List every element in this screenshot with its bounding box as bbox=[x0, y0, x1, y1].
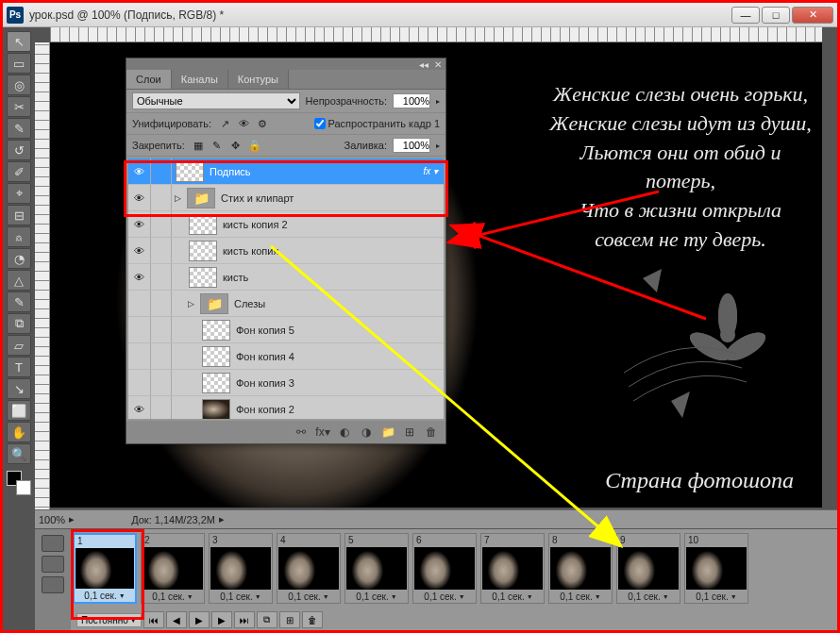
layer-name[interactable]: Подпись bbox=[208, 166, 423, 177]
visibility-toggle[interactable] bbox=[128, 317, 151, 342]
layer-row[interactable]: 👁кисть копия 2 bbox=[128, 211, 444, 238]
new-group-icon[interactable]: 📁 bbox=[378, 424, 398, 441]
unify-position-icon[interactable]: ↗ bbox=[217, 116, 232, 131]
play-button[interactable]: ▶ bbox=[189, 611, 210, 628]
layer-row[interactable]: 👁Фон копия 2 bbox=[128, 396, 444, 421]
zoom-value[interactable]: 100% bbox=[39, 514, 65, 525]
expand-toggle[interactable]: ▷ bbox=[185, 299, 196, 308]
last-frame-button[interactable]: ⏭ bbox=[234, 611, 255, 628]
anim-toggle-2[interactable] bbox=[42, 556, 64, 573]
visibility-toggle[interactable]: 👁 bbox=[128, 158, 151, 184]
lock-pixels-icon[interactable]: ✎ bbox=[210, 138, 225, 153]
animation-frame-5[interactable]: 50,1 сек. bbox=[344, 533, 409, 604]
ruler-horizontal[interactable] bbox=[50, 27, 822, 42]
layer-name[interactable]: Фон копия 3 bbox=[234, 377, 444, 389]
layer-thumb[interactable] bbox=[202, 373, 230, 393]
visibility-toggle[interactable]: 👁 bbox=[128, 185, 151, 210]
panel-tab-Слои[interactable]: Слои bbox=[126, 70, 172, 89]
loop-dropdown[interactable]: Постоянно▼ bbox=[76, 613, 142, 627]
tool-7[interactable]: ⌖ bbox=[7, 183, 31, 204]
tool-13[interactable]: ⧉ bbox=[7, 313, 31, 334]
layer-row[interactable]: 👁▷📁Стих и клипарт bbox=[128, 185, 444, 211]
maximize-button[interactable]: □ bbox=[762, 7, 790, 24]
layer-thumb[interactable] bbox=[202, 399, 230, 420]
layer-thumb[interactable]: 📁 bbox=[200, 293, 228, 314]
layer-fx-icon[interactable]: fx▾ bbox=[312, 424, 333, 441]
layer-row[interactable]: Фон копия 5 bbox=[128, 317, 444, 343]
animation-frame-6[interactable]: 60,1 сек. bbox=[412, 533, 477, 604]
frame-delay[interactable]: 0,1 сек. bbox=[75, 590, 135, 602]
lock-position-icon[interactable]: ✥ bbox=[228, 138, 244, 153]
visibility-toggle[interactable] bbox=[128, 291, 151, 316]
tool-19[interactable]: 🔍 bbox=[7, 443, 31, 464]
tool-1[interactable]: ▭ bbox=[7, 53, 31, 74]
layer-row[interactable]: 👁кисть копия bbox=[128, 238, 444, 264]
animation-frame-7[interactable]: 70,1 сек. bbox=[480, 533, 545, 604]
tool-10[interactable]: ◔ bbox=[7, 248, 31, 269]
frame-delay[interactable]: 0,1 сек. bbox=[481, 591, 544, 603]
layer-name[interactable]: кисть копия 2 bbox=[221, 219, 444, 230]
layer-thumb[interactable] bbox=[189, 241, 217, 261]
layer-row[interactable]: 👁Подписьfx ▾ bbox=[128, 158, 444, 185]
layer-row[interactable]: ▷📁Слезы bbox=[128, 291, 444, 317]
layer-name[interactable]: Фон копия 4 bbox=[234, 351, 444, 362]
layer-name[interactable]: Стих и клипарт bbox=[219, 192, 444, 204]
visibility-toggle[interactable] bbox=[128, 370, 151, 395]
frame-delay[interactable]: 0,1 сек. bbox=[685, 591, 748, 603]
animation-frame-3[interactable]: 30,1 сек. bbox=[209, 533, 273, 604]
first-frame-button[interactable]: ⏮ bbox=[143, 611, 164, 628]
layer-row[interactable]: Фон копия 3 bbox=[128, 370, 444, 396]
visibility-toggle[interactable]: 👁 bbox=[128, 211, 151, 237]
tool-11[interactable]: △ bbox=[7, 270, 31, 291]
animation-frame-10[interactable]: 100,1 сек. bbox=[684, 533, 748, 604]
adjustment-layer-icon[interactable]: ◑ bbox=[356, 424, 377, 441]
tween-button[interactable]: ⧉ bbox=[257, 611, 277, 628]
tool-17[interactable]: ⬜ bbox=[7, 400, 31, 421]
lock-transparency-icon[interactable]: ▦ bbox=[191, 138, 206, 153]
layer-name[interactable]: Фон копия 5 bbox=[234, 325, 444, 336]
frame-delay[interactable]: 0,1 сек. bbox=[210, 591, 272, 603]
link-layers-icon[interactable]: ⚯ bbox=[291, 424, 311, 441]
layer-name[interactable]: кисть копия bbox=[221, 245, 444, 257]
layer-fx-badge[interactable]: fx ▾ bbox=[423, 166, 444, 176]
color-swatches[interactable] bbox=[7, 471, 31, 495]
tool-5[interactable]: ↺ bbox=[7, 140, 31, 160]
close-button[interactable]: ✕ bbox=[792, 7, 833, 24]
new-layer-icon[interactable]: ⊞ bbox=[399, 424, 420, 441]
layer-mask-icon[interactable]: ◐ bbox=[334, 424, 355, 441]
tool-4[interactable]: ✎ bbox=[7, 118, 31, 139]
delete-layer-icon[interactable]: 🗑 bbox=[421, 424, 442, 441]
layer-thumb[interactable] bbox=[202, 346, 230, 367]
prev-frame-button[interactable]: ◀ bbox=[166, 611, 187, 628]
panel-tab-Каналы[interactable]: Каналы bbox=[172, 70, 228, 89]
unify-style-icon[interactable]: ⚙ bbox=[255, 116, 270, 131]
panel-close-icon[interactable]: ✕ bbox=[434, 59, 442, 70]
layer-name[interactable]: Фон копия 2 bbox=[234, 404, 444, 415]
animation-frame-8[interactable]: 80,1 сек. bbox=[548, 533, 613, 604]
frame-delay[interactable]: 0,1 сек. bbox=[413, 591, 476, 603]
opacity-slider-icon[interactable]: ▸ bbox=[436, 97, 440, 106]
tool-15[interactable]: T bbox=[7, 357, 31, 377]
panel-tab-Контуры[interactable]: Контуры bbox=[228, 70, 289, 89]
layer-row[interactable]: Фон копия 4 bbox=[128, 343, 444, 370]
animation-frame-4[interactable]: 40,1 сек. bbox=[277, 533, 341, 604]
tool-8[interactable]: ⊟ bbox=[7, 205, 31, 225]
layer-thumb[interactable]: 📁 bbox=[187, 188, 215, 208]
tool-12[interactable]: ✎ bbox=[7, 292, 31, 312]
tool-14[interactable]: ▱ bbox=[7, 335, 31, 356]
next-frame-button[interactable]: ▶ bbox=[211, 611, 232, 628]
opacity-input[interactable] bbox=[393, 93, 430, 108]
tool-6[interactable]: ✐ bbox=[7, 161, 31, 182]
layer-thumb[interactable] bbox=[189, 214, 217, 235]
tool-0[interactable]: ↖ bbox=[7, 31, 31, 52]
visibility-toggle[interactable]: 👁 bbox=[128, 238, 151, 263]
frame-delay[interactable]: 0,1 сек. bbox=[617, 591, 680, 603]
minimize-button[interactable]: — bbox=[731, 7, 760, 24]
animation-frame-9[interactable]: 90,1 сек. bbox=[616, 533, 680, 604]
tool-18[interactable]: ✋ bbox=[7, 422, 31, 442]
visibility-toggle[interactable]: 👁 bbox=[128, 396, 151, 421]
layer-thumb[interactable] bbox=[189, 267, 217, 288]
anim-toggle-3[interactable] bbox=[42, 576, 64, 593]
tool-2[interactable]: ◎ bbox=[7, 75, 31, 95]
layer-thumb[interactable] bbox=[176, 161, 204, 182]
